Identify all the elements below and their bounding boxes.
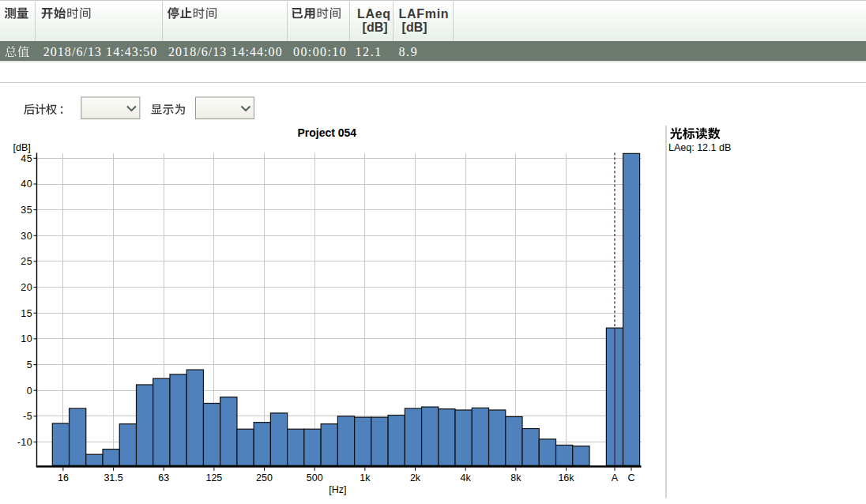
svg-text:31.5: 31.5 xyxy=(104,472,122,483)
svg-text:35: 35 xyxy=(21,205,32,216)
svg-text:4k: 4k xyxy=(461,472,472,483)
svg-text:63: 63 xyxy=(158,472,169,483)
svg-text:45: 45 xyxy=(21,153,32,164)
svg-text:20: 20 xyxy=(21,282,32,293)
svg-text:8k: 8k xyxy=(510,472,521,483)
svg-text:500: 500 xyxy=(307,472,323,483)
svg-text:00:00:10: 00:00:10 xyxy=(293,45,347,58)
svg-text:2k: 2k xyxy=(410,472,421,483)
svg-text:[dB]: [dB] xyxy=(13,142,31,153)
svg-text:C: C xyxy=(628,472,635,483)
svg-text:12.1: 12.1 xyxy=(356,45,382,58)
svg-text:-10: -10 xyxy=(17,437,32,448)
svg-text:8.9: 8.9 xyxy=(399,45,419,58)
svg-text:10: 10 xyxy=(21,333,32,344)
svg-text:16k: 16k xyxy=(558,472,574,483)
svg-text:A: A xyxy=(612,472,619,483)
svg-text:5: 5 xyxy=(27,359,32,370)
svg-text:40: 40 xyxy=(21,179,32,190)
svg-text:LAeq: 12.1 dB: LAeq: 12.1 dB xyxy=(668,142,731,153)
svg-text:2018/6/13 14:43:50: 2018/6/13 14:43:50 xyxy=(43,45,158,58)
svg-text:-5: -5 xyxy=(23,411,32,422)
svg-text:30: 30 xyxy=(21,231,32,242)
svg-text:LAFmin: LAFmin xyxy=(399,7,450,21)
svg-text:1k: 1k xyxy=(360,472,371,483)
svg-text:250: 250 xyxy=(256,472,273,483)
svg-text:[Hz]: [Hz] xyxy=(329,484,346,495)
svg-text:25: 25 xyxy=(21,256,32,267)
svg-text:Project 054: Project 054 xyxy=(297,126,356,139)
svg-text:[dB]: [dB] xyxy=(363,21,388,34)
svg-text:[dB]: [dB] xyxy=(402,21,427,34)
svg-text:125: 125 xyxy=(205,472,222,483)
svg-text:0: 0 xyxy=(27,386,32,397)
svg-text:2018/6/13 14:44:00: 2018/6/13 14:44:00 xyxy=(168,45,283,58)
svg-text:15: 15 xyxy=(21,308,32,319)
svg-text:16: 16 xyxy=(58,472,69,483)
svg-text:LAeq: LAeq xyxy=(357,7,391,21)
